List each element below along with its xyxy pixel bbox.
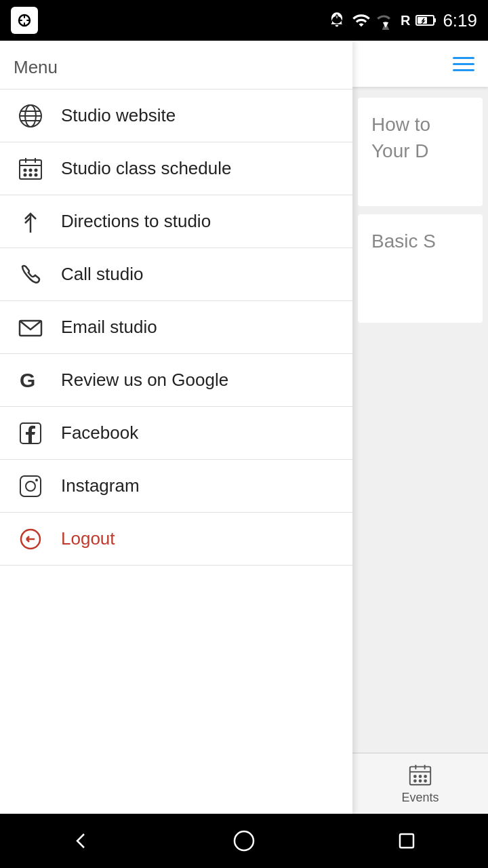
svg-point-35: [424, 775, 426, 777]
status-left: [11, 7, 38, 34]
hamburger-menu-icon[interactable]: [453, 57, 474, 71]
logout-icon: [14, 522, 47, 556]
svg-point-33: [414, 775, 416, 777]
svg-point-39: [235, 831, 253, 850]
svg-point-27: [35, 479, 38, 481]
svg-point-38: [424, 780, 426, 782]
events-icon: [407, 762, 433, 788]
svg-point-17: [24, 174, 26, 176]
signal-icon: [376, 11, 395, 30]
menu-item-email-studio[interactable]: Email studio: [0, 301, 352, 354]
svg-point-34: [420, 775, 422, 777]
phone-icon: [14, 258, 47, 292]
facebook-icon: [14, 416, 47, 450]
svg-point-15: [30, 169, 32, 171]
right-panel: How toYour D Basic S: [352, 41, 488, 814]
menu-item-facebook[interactable]: Facebook: [0, 407, 352, 460]
bottom-nav-bar: [0, 814, 488, 868]
globe-icon: [14, 99, 47, 133]
svg-text:G: G: [20, 369, 35, 391]
battery-icon: [415, 11, 437, 30]
calendar-icon: [14, 152, 47, 186]
events-label: Events: [401, 791, 439, 805]
svg-point-19: [35, 174, 37, 176]
svg-point-16: [35, 169, 37, 171]
status-time: 6:19: [443, 10, 477, 31]
main-layout: Menu Studio website: [0, 41, 488, 814]
instagram-icon: [14, 469, 47, 503]
wifi-icon: [352, 11, 371, 30]
app-icon: [11, 7, 38, 34]
menu-item-directions-to-studio[interactable]: Directions to studio: [0, 195, 352, 248]
events-tab[interactable]: Events: [352, 753, 488, 814]
menu-panel: Menu Studio website: [0, 41, 352, 814]
menu-item-studio-class-schedule[interactable]: Studio class schedule: [0, 142, 352, 195]
menu-item-instagram[interactable]: Instagram: [0, 460, 352, 513]
back-button[interactable]: [54, 821, 108, 861]
svg-point-14: [24, 169, 26, 171]
studio-class-schedule-label: Studio class schedule: [61, 158, 231, 179]
call-studio-label: Call studio: [61, 264, 143, 285]
right-panel-header: [352, 41, 488, 87]
directions-icon: [14, 205, 47, 239]
card-basic[interactable]: Basic S: [358, 214, 483, 323]
svg-rect-0: [15, 11, 34, 30]
menu-item-studio-website[interactable]: Studio website: [0, 90, 352, 142]
menu-title: Menu: [0, 41, 352, 90]
svg-rect-3: [434, 18, 436, 22]
facebook-label: Facebook: [61, 422, 138, 443]
svg-rect-25: [20, 476, 41, 496]
menu-item-call-studio[interactable]: Call studio: [0, 248, 352, 301]
status-right: R 6:19: [327, 10, 477, 31]
svg-point-18: [30, 174, 32, 176]
logout-label: Logout: [61, 528, 115, 549]
google-icon: G: [14, 363, 47, 397]
menu-item-logout[interactable]: Logout: [0, 513, 352, 566]
email-studio-label: Email studio: [61, 317, 157, 338]
svg-rect-40: [400, 834, 413, 848]
svg-point-26: [26, 481, 35, 491]
home-button[interactable]: [217, 821, 271, 861]
recents-button[interactable]: [380, 821, 434, 861]
svg-point-36: [414, 780, 416, 782]
card-how-to-title: How toYour D: [371, 111, 469, 164]
status-bar: R 6:19: [0, 0, 488, 41]
svg-point-37: [420, 780, 422, 782]
r-badge: R: [401, 13, 410, 28]
card-how-to[interactable]: How toYour D: [358, 98, 483, 206]
directions-to-studio-label: Directions to studio: [61, 211, 211, 232]
menu-item-review-google[interactable]: G Review us on Google: [0, 354, 352, 407]
studio-website-label: Studio website: [61, 105, 176, 126]
review-google-label: Review us on Google: [61, 370, 228, 391]
email-icon: [14, 311, 47, 344]
card-basic-title: Basic S: [371, 228, 469, 254]
alarm-icon: [327, 11, 346, 30]
instagram-label: Instagram: [61, 475, 140, 496]
